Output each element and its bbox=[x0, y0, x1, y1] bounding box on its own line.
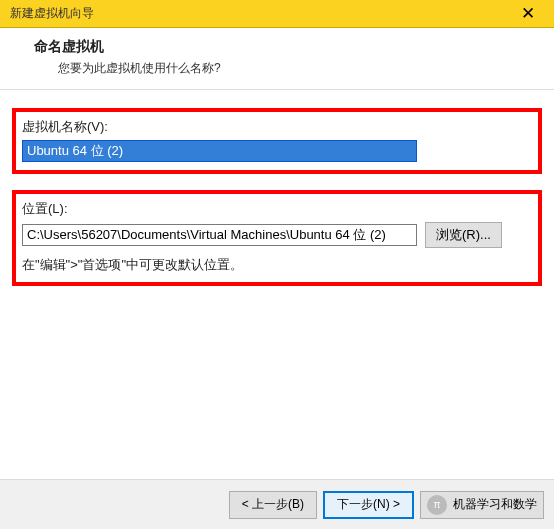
vm-location-label: 位置(L): bbox=[22, 200, 532, 218]
location-hint: 在"编辑">"首选项"中可更改默认位置。 bbox=[22, 256, 532, 274]
wizard-subheading: 您要为此虚拟机使用什么名称? bbox=[34, 60, 538, 77]
next-button[interactable]: 下一步(N) > bbox=[323, 491, 414, 519]
watermark-icon: π bbox=[427, 495, 447, 515]
wizard-footer: < 上一步(B) 下一步(N) > π 机器学习和数学 bbox=[0, 479, 554, 529]
title-bar: 新建虚拟机向导 ✕ bbox=[0, 0, 554, 28]
wizard-content: 虚拟机名称(V): 位置(L): 浏览(R)... 在"编辑">"首选项"中可更… bbox=[0, 90, 554, 286]
window-title: 新建虚拟机向导 bbox=[10, 5, 94, 22]
back-button[interactable]: < 上一步(B) bbox=[229, 491, 317, 519]
wizard-header: 命名虚拟机 您要为此虚拟机使用什么名称? bbox=[0, 28, 554, 90]
browse-button[interactable]: 浏览(R)... bbox=[425, 222, 502, 248]
watermark: π 机器学习和数学 bbox=[420, 491, 544, 519]
watermark-text: 机器学习和数学 bbox=[453, 496, 537, 513]
vm-name-label: 虚拟机名称(V): bbox=[22, 118, 532, 136]
vm-name-input[interactable] bbox=[22, 140, 417, 162]
vm-location-input[interactable] bbox=[22, 224, 417, 246]
vm-location-group: 位置(L): 浏览(R)... 在"编辑">"首选项"中可更改默认位置。 bbox=[12, 190, 542, 286]
vm-name-group: 虚拟机名称(V): bbox=[12, 108, 542, 174]
wizard-heading: 命名虚拟机 bbox=[34, 38, 538, 56]
close-icon[interactable]: ✕ bbox=[508, 0, 548, 28]
